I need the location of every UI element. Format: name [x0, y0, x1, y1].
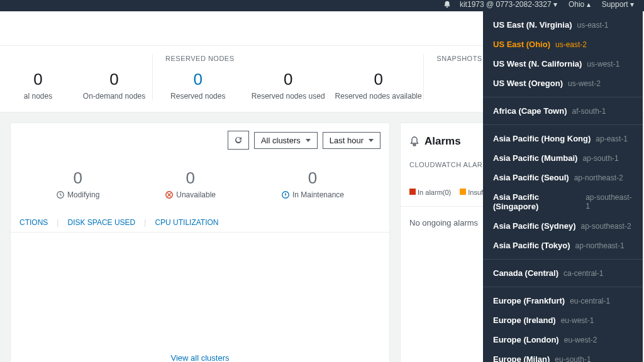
region-item[interactable]: Europe (London)eu-west-2	[483, 330, 643, 349]
chevron-down-icon	[369, 139, 374, 142]
bell-icon	[409, 136, 419, 146]
refresh-button[interactable]	[228, 131, 249, 150]
kpi-label: Reserved nodes	[153, 92, 243, 101]
kpi-label: al nodes	[0, 92, 76, 101]
modifying-icon	[56, 190, 65, 199]
region-item[interactable]: US West (Oregon)us-west-2	[483, 74, 643, 93]
region-item[interactable]: Europe (Ireland)eu-west-1	[483, 310, 643, 330]
support-menu[interactable]: Support ▾	[602, 0, 634, 9]
maintenance-icon	[281, 190, 290, 199]
region-item[interactable]: Canada (Central)ca-central-1	[483, 263, 643, 283]
status-label: Unavailable	[176, 190, 216, 199]
region-item[interactable]: Asia Pacific (Sydney)ap-southeast-2	[483, 216, 643, 236]
top-nav: kit1973 @ 0773-2082-3327 ▾ Ohio ▴ Suppor…	[0, 0, 644, 11]
status-value: 0	[56, 168, 99, 188]
kpi-cell: 0Reserved nodes used	[243, 70, 333, 101]
tab-cpu[interactable]: CPU UTILIZATION	[155, 218, 218, 227]
region-item[interactable]: Asia Pacific (Hong Kong)ap-east-1	[483, 129, 643, 148]
region-item[interactable]: Asia Pacific (Singapore)ap-southeast-1	[483, 187, 643, 216]
kpi-label: On-demand nodes	[76, 92, 152, 101]
region-separator	[483, 97, 643, 97]
chevron-down-icon	[306, 139, 311, 142]
kpi-cell: 0Reserved nodes available	[333, 70, 423, 101]
cluster-filter-dropdown[interactable]: All clusters	[254, 132, 318, 149]
region-separator	[483, 287, 643, 287]
region-menu[interactable]: Ohio ▴	[569, 0, 591, 9]
legend-item: In alarm(0)	[409, 189, 451, 196]
region-item[interactable]: Africa (Cape Town)af-south-1	[483, 101, 643, 121]
region-item[interactable]: US West (N. California)us-west-1	[483, 54, 643, 74]
region-item[interactable]: Asia Pacific (Tokyo)ap-northeast-1	[483, 236, 643, 255]
region-item[interactable]: Europe (Frankfurt)eu-central-1	[483, 291, 643, 310]
region-separator	[483, 124, 643, 125]
status-unavailable: 0Unavailable	[165, 168, 216, 199]
region-dropdown: US East (N. Virginia)us-east-1US East (O…	[483, 11, 643, 362]
kpi-value: 0	[76, 70, 152, 89]
region-item[interactable]: Asia Pacific (Seoul)ap-northeast-2	[483, 168, 643, 187]
kpi-cell: 0Reserved nodes	[153, 70, 243, 101]
kpi-cell: 0al nodes	[0, 70, 76, 101]
metric-tabs: CTIONS| DISK SPACE USED| CPU UTILIZATION	[11, 214, 389, 233]
kpi-label: Reserved nodes available	[333, 92, 423, 101]
kpi-value: 0	[333, 70, 423, 89]
kpi-value: 0	[0, 70, 76, 89]
region-item[interactable]: US East (N. Virginia)us-east-1	[483, 15, 643, 35]
unavailable-icon	[165, 190, 174, 199]
kpi-label: Reserved nodes used	[243, 92, 333, 101]
status-maintenance: 0In Maintenance	[281, 168, 344, 199]
kpi-value: 0	[243, 70, 333, 89]
tab-connections[interactable]: CTIONS	[19, 218, 48, 227]
region-item[interactable]: US East (Ohio)us-east-2	[483, 35, 643, 54]
view-all-clusters-link[interactable]: View all clusters	[11, 344, 389, 362]
status-modifying: 0Modifying	[56, 168, 99, 199]
kpi-cell: 0On-demand nodes	[76, 70, 152, 101]
legend-swatch	[460, 189, 466, 195]
region-item[interactable]: Europe (Milan)eu-south-1	[483, 349, 643, 362]
time-filter-dropdown[interactable]: Last hour	[323, 132, 380, 149]
status-value: 0	[165, 168, 216, 188]
reserved-nodes-heading: RESERVED NODES	[153, 55, 423, 70]
region-separator	[483, 259, 643, 260]
status-value: 0	[281, 168, 344, 188]
clusters-panel: All clusters Last hour 0Modifying0Unavai…	[10, 123, 390, 362]
legend-swatch	[409, 189, 416, 195]
alarms-title: Alarms	[425, 135, 461, 148]
kpi-value[interactable]: 0	[153, 70, 243, 89]
notifications-icon[interactable]	[442, 0, 452, 9]
tab-disk-space[interactable]: DISK SPACE USED	[67, 218, 135, 227]
region-item[interactable]: Asia Pacific (Mumbai)ap-south-1	[483, 148, 643, 168]
status-label: Modifying	[67, 190, 99, 199]
status-label: In Maintenance	[292, 190, 344, 199]
account-menu[interactable]: kit1973 @ 0773-2082-3327 ▾	[460, 0, 557, 9]
